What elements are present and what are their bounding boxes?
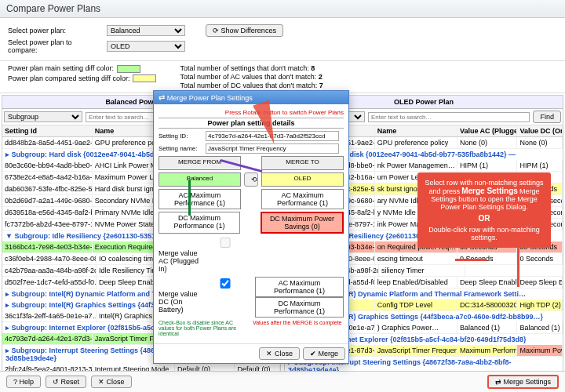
merge-dialog: ⇄ Merge Power Plan Settings Press Rotate… (153, 90, 349, 364)
reset-button[interactable]: ↺ Reset (46, 376, 86, 388)
show-diff-button[interactable]: ⟳ Show Differences (206, 24, 283, 37)
select-compare-label: Select power plan to compare: (8, 38, 102, 54)
arrow-icon (455, 259, 487, 261)
from-plan: Balanced (159, 172, 241, 187)
merge-ac-checkbox (159, 238, 292, 248)
rotate-hint: Press Rotate button to switch Power Plan… (159, 109, 344, 116)
close-button[interactable]: ✕ Close (91, 376, 132, 388)
select-plan-label: Select power plan: (8, 27, 102, 34)
select-plan-1[interactable]: Balanced (107, 25, 185, 36)
select-plan-2[interactable]: OLED (107, 41, 185, 52)
swatch-main (117, 65, 140, 73)
subgroup-select-left[interactable]: Subgroup (4, 111, 82, 122)
rotate-button[interactable]: ⟲ (244, 172, 258, 187)
search-input-right[interactable] (368, 112, 530, 122)
setting-name-field[interactable] (206, 143, 339, 154)
help-button[interactable]: ? Help (6, 376, 41, 388)
arrow-icon (188, 180, 191, 216)
selection-bar: Select power plan: Balanced ⟳ Show Diffe… (0, 18, 565, 61)
after-merge-note: Values after the MERGE is complete (253, 320, 344, 336)
dialog-close-button[interactable]: ✕ Close (259, 347, 300, 360)
callout-annotation: Select row with non-matching settings an… (417, 172, 551, 248)
dialog-merge-button[interactable]: ✔ Merge (303, 347, 345, 360)
disabled-note: Check-Box is disable since AC values for… (159, 320, 250, 336)
swatch-compare (133, 74, 156, 82)
find-button-right[interactable]: Find (533, 111, 561, 123)
footer: ? Help ↺ Reset ✕ Close ⇄ Merge Settings (0, 371, 565, 392)
merge-settings-button[interactable]: ⇄ Merge Settings (487, 375, 559, 389)
dialog-title: ⇄ Merge Power Plan Settings (154, 91, 348, 104)
to-plan: OLED (261, 172, 344, 187)
diff-summary: Power plan main setting diff color: Powe… (0, 61, 565, 93)
window-title: Compare Power Plans (0, 0, 565, 18)
